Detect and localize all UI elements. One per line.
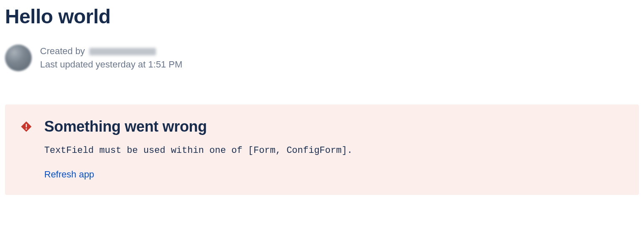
byline-text: Created by Last updated yesterday at 1:5… xyxy=(40,46,182,70)
byline: Created by Last updated yesterday at 1:5… xyxy=(5,45,639,71)
refresh-app-link[interactable]: Refresh app xyxy=(44,169,352,180)
avatar xyxy=(5,45,32,71)
svg-rect-0 xyxy=(26,124,27,127)
error-content: Something went wrong TextField must be u… xyxy=(44,118,352,180)
error-icon xyxy=(20,120,33,133)
created-by-label: Created by xyxy=(40,46,85,56)
author-name-redacted xyxy=(89,48,156,55)
error-title: Something went wrong xyxy=(44,118,352,135)
error-panel: Something went wrong TextField must be u… xyxy=(5,105,639,195)
last-updated: Last updated yesterday at 1:51 PM xyxy=(40,59,182,70)
page-title: Hello world xyxy=(5,5,639,28)
svg-point-1 xyxy=(25,128,27,130)
created-by-line: Created by xyxy=(40,46,182,57)
error-message: TextField must be used within one of [Fo… xyxy=(44,145,352,157)
